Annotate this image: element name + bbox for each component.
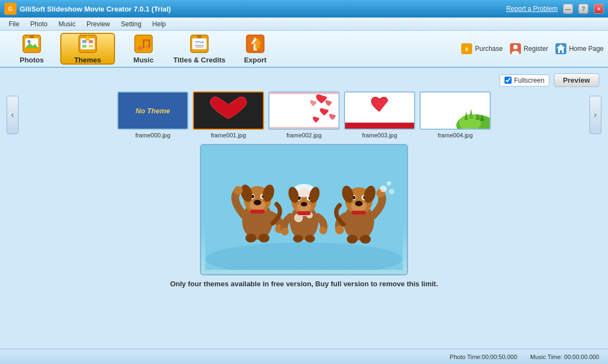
svg-point-76 <box>281 228 289 235</box>
svg-rect-12 <box>89 45 93 48</box>
svg-point-92 <box>335 226 344 234</box>
purchase-button[interactable]: $ Purchase <box>461 43 503 55</box>
svg-rect-25 <box>197 35 202 38</box>
thumbnail-image-0: No Theme <box>117 91 188 130</box>
minimize-button[interactable]: — <box>563 4 573 14</box>
menu-preview[interactable]: Preview <box>82 19 114 29</box>
title-bar: G GiliSoft Slideshow Movie Creator 7.0.1… <box>0 0 608 18</box>
thumbnail-label-2: frame002.jpg <box>286 132 322 138</box>
themes-icon <box>78 34 97 54</box>
svg-text:$: $ <box>466 47 468 52</box>
register-button[interactable]: Register <box>509 43 548 55</box>
svg-point-78 <box>293 235 303 242</box>
dogs-svg <box>205 149 403 270</box>
svg-point-93 <box>347 235 358 244</box>
fullscreen-label: Fullscreen <box>514 77 544 84</box>
svg-point-15 <box>137 46 143 50</box>
svg-rect-41 <box>345 123 414 129</box>
svg-rect-6 <box>30 35 34 38</box>
register-label: Register <box>524 45 548 53</box>
menu-music[interactable]: Music <box>54 19 80 29</box>
report-problem-link[interactable]: Report a Problem <box>506 5 558 13</box>
no-theme-display: No Theme <box>118 93 187 129</box>
thumbnail-image-3 <box>344 91 415 130</box>
toolbar-export-button[interactable]: Export <box>228 33 283 65</box>
thumbnail-item-2[interactable]: frame002.jpg <box>268 91 340 138</box>
export-icon <box>245 34 265 54</box>
menu-setting[interactable]: Setting <box>117 19 146 29</box>
toolbar-photos-button[interactable]: Photos <box>4 33 59 65</box>
music-icon <box>134 34 153 54</box>
notice-text: Only four themes available in free versi… <box>170 280 438 288</box>
thumbnail-label-4: frame004.jpg <box>438 132 473 138</box>
svg-point-97 <box>387 181 391 186</box>
svg-rect-21 <box>192 38 207 49</box>
svg-point-96 <box>380 186 387 192</box>
bottom-notice: Only four themes available in free versi… <box>0 280 608 288</box>
homepage-icon <box>555 43 567 55</box>
thumbnail-label-1: frame001.jpg <box>211 132 246 138</box>
svg-point-50 <box>254 200 261 205</box>
svg-rect-61 <box>250 210 265 213</box>
fullscreen-checkbox-container[interactable]: Fullscreen <box>500 74 549 86</box>
thumbnail-item-3[interactable]: frame003.jpg <box>344 91 415 138</box>
thumbnail-label-0: frame000.jpg <box>135 132 170 138</box>
toolbar-right-section: $ Purchase Register Home Page <box>461 43 604 55</box>
main-content: Fullscreen Preview ‹ No Theme frame000.j… <box>0 68 608 349</box>
svg-point-69 <box>301 202 307 206</box>
menu-help[interactable]: Help <box>148 19 170 29</box>
svg-rect-39 <box>269 127 339 129</box>
svg-rect-18 <box>143 39 150 41</box>
svg-rect-23 <box>194 45 204 46</box>
svg-text:TITLE: TITLE <box>195 41 204 44</box>
svg-point-32 <box>513 45 518 49</box>
svg-point-84 <box>355 201 363 206</box>
menu-bar: File Photo Music Preview Setting Help <box>0 18 608 31</box>
dogs-display <box>201 145 407 274</box>
frame003-svg <box>345 93 414 129</box>
toolbar-music-button[interactable]: Music <box>116 33 171 65</box>
status-bar: Photo Time:00:00:50.000 Music Time: 00:0… <box>0 349 608 364</box>
svg-rect-80 <box>297 211 311 215</box>
toolbar-music-label: Music <box>134 56 154 64</box>
thumb-prev-button[interactable]: ‹ <box>7 96 19 134</box>
svg-point-60 <box>259 234 269 242</box>
toolbar-titles-label: Titles & Credits <box>173 56 225 64</box>
menu-file[interactable]: File <box>4 19 24 29</box>
register-icon <box>509 43 521 55</box>
help-button[interactable]: ? <box>578 4 588 14</box>
thumbnail-strip: ‹ No Theme frame000.jpg frame001.jpg <box>0 91 608 138</box>
homepage-button[interactable]: Home Page <box>555 43 604 55</box>
frame004-svg <box>421 93 490 129</box>
titlebar-right: Report a Problem — ? ✕ <box>506 4 604 14</box>
thumbnail-item-4[interactable]: frame004.jpg <box>420 91 491 138</box>
purchase-icon: $ <box>461 43 473 55</box>
toolbar-titles-button[interactable]: TITLE Titles & Credits <box>172 33 227 65</box>
photos-icon <box>22 34 42 54</box>
svg-point-59 <box>245 234 256 242</box>
svg-point-77 <box>319 227 327 234</box>
svg-rect-38 <box>269 93 339 94</box>
svg-rect-19 <box>149 39 151 47</box>
toolbar-themes-label: Themes <box>74 56 101 64</box>
toolbar-export-label: Export <box>244 56 266 64</box>
thumbnail-item-0[interactable]: No Theme frame000.jpg <box>117 91 188 138</box>
frame002-svg <box>269 93 339 129</box>
thumbnail-image-1 <box>193 91 264 130</box>
controls-bar: Fullscreen Preview <box>0 73 608 87</box>
svg-point-98 <box>389 189 394 194</box>
toolbar-themes-button[interactable]: Themes <box>60 33 115 65</box>
app-logo: G <box>4 3 16 15</box>
fullscreen-checkbox[interactable] <box>504 77 512 84</box>
thumbnail-label-3: frame003.jpg <box>362 132 397 138</box>
close-button[interactable]: ✕ <box>594 4 604 14</box>
svg-point-57 <box>234 186 243 195</box>
preview-button[interactable]: Preview <box>554 73 599 87</box>
menu-photo[interactable]: Photo <box>26 19 51 29</box>
thumb-next-button[interactable]: › <box>589 96 601 134</box>
svg-point-94 <box>360 235 371 244</box>
titlebar-left: G GiliSoft Slideshow Movie Creator 7.0.1… <box>4 3 171 15</box>
thumbnail-item-1[interactable]: frame001.jpg <box>193 91 264 138</box>
svg-point-79 <box>305 235 315 242</box>
thumbnail-list: No Theme frame000.jpg frame001.jpg <box>21 91 587 138</box>
